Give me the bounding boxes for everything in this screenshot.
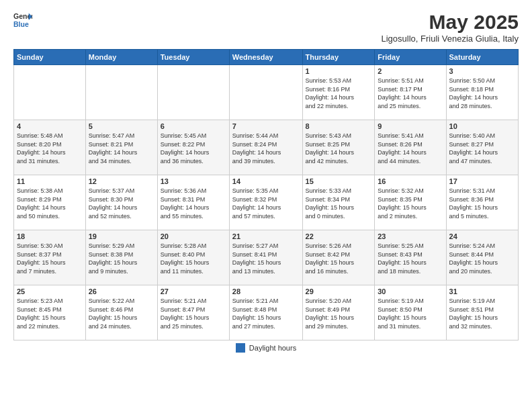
footer: Daylight hours: [13, 343, 519, 353]
day-number: 4: [17, 122, 83, 130]
calendar-cell: 13Sunrise: 5:36 AM Sunset: 8:31 PM Dayli…: [157, 175, 229, 230]
day-info: Sunrise: 5:25 AM Sunset: 8:43 PM Dayligh…: [378, 242, 443, 275]
svg-text:Blue: Blue: [13, 20, 29, 28]
page: General Blue May 2025 Ligosullo, Friuli …: [0, 0, 532, 411]
calendar-cell: 9Sunrise: 5:41 AM Sunset: 8:26 PM Daylig…: [375, 120, 446, 175]
day-info: Sunrise: 5:19 AM Sunset: 8:50 PM Dayligh…: [378, 297, 443, 330]
calendar-cell: 12Sunrise: 5:37 AM Sunset: 8:30 PM Dayli…: [85, 175, 157, 230]
calendar-cell: 1Sunrise: 5:53 AM Sunset: 8:16 PM Daylig…: [302, 65, 375, 120]
calendar-cell: 8Sunrise: 5:43 AM Sunset: 8:25 PM Daylig…: [302, 120, 375, 175]
calendar-cell: 27Sunrise: 5:21 AM Sunset: 8:47 PM Dayli…: [157, 285, 229, 340]
calendar-cell: 22Sunrise: 5:26 AM Sunset: 8:42 PM Dayli…: [302, 230, 375, 285]
legend-color-box: [236, 343, 245, 353]
day-info: Sunrise: 5:21 AM Sunset: 8:48 PM Dayligh…: [232, 297, 300, 330]
day-number: 30: [378, 287, 443, 295]
day-info: Sunrise: 5:20 AM Sunset: 8:49 PM Dayligh…: [306, 297, 372, 330]
weekday-header-friday: Friday: [375, 50, 446, 65]
calendar-table: SundayMondayTuesdayWednesdayThursdayFrid…: [13, 49, 519, 340]
calendar-cell: 18Sunrise: 5:30 AM Sunset: 8:37 PM Dayli…: [14, 230, 86, 285]
day-number: 6: [161, 122, 226, 130]
day-number: 12: [89, 177, 154, 185]
calendar-cell: 6Sunrise: 5:45 AM Sunset: 8:22 PM Daylig…: [157, 120, 229, 175]
day-number: 27: [161, 287, 226, 295]
day-number: 23: [378, 232, 443, 240]
day-info: Sunrise: 5:31 AM Sunset: 8:36 PM Dayligh…: [449, 187, 515, 220]
weekday-header-wednesday: Wednesday: [229, 50, 302, 65]
day-info: Sunrise: 5:32 AM Sunset: 8:35 PM Dayligh…: [378, 187, 443, 220]
day-info: Sunrise: 5:53 AM Sunset: 8:16 PM Dayligh…: [306, 77, 372, 110]
day-number: 21: [232, 232, 300, 240]
day-number: 15: [306, 177, 372, 185]
calendar-cell: 14Sunrise: 5:35 AM Sunset: 8:32 PM Dayli…: [229, 175, 302, 230]
location-subtitle: Ligosullo, Friuli Venezia Giulia, Italy: [382, 34, 519, 44]
calendar-cell: 17Sunrise: 5:31 AM Sunset: 8:36 PM Dayli…: [446, 175, 518, 230]
day-number: 26: [89, 287, 154, 295]
day-number: 14: [232, 177, 300, 185]
calendar-cell: 20Sunrise: 5:28 AM Sunset: 8:40 PM Dayli…: [157, 230, 229, 285]
day-number: 18: [17, 232, 83, 240]
calendar-cell: [157, 65, 229, 120]
calendar-week-row: 4Sunrise: 5:48 AM Sunset: 8:20 PM Daylig…: [14, 120, 519, 175]
month-title: May 2025: [382, 11, 519, 34]
day-number: 16: [378, 177, 443, 185]
calendar-cell: 28Sunrise: 5:21 AM Sunset: 8:48 PM Dayli…: [229, 285, 302, 340]
calendar-cell: 5Sunrise: 5:47 AM Sunset: 8:21 PM Daylig…: [85, 120, 157, 175]
day-info: Sunrise: 5:23 AM Sunset: 8:45 PM Dayligh…: [17, 297, 83, 330]
day-info: Sunrise: 5:43 AM Sunset: 8:25 PM Dayligh…: [306, 132, 372, 165]
day-number: 3: [449, 67, 515, 75]
day-info: Sunrise: 5:51 AM Sunset: 8:17 PM Dayligh…: [378, 77, 443, 110]
day-info: Sunrise: 5:29 AM Sunset: 8:38 PM Dayligh…: [89, 242, 154, 275]
calendar-week-row: 11Sunrise: 5:38 AM Sunset: 8:29 PM Dayli…: [14, 175, 519, 230]
weekday-header-sunday: Sunday: [14, 50, 86, 65]
calendar-cell: 3Sunrise: 5:50 AM Sunset: 8:18 PM Daylig…: [446, 65, 518, 120]
calendar-week-row: 1Sunrise: 5:53 AM Sunset: 8:16 PM Daylig…: [14, 65, 519, 120]
calendar-cell: [85, 65, 157, 120]
weekday-header-row: SundayMondayTuesdayWednesdayThursdayFrid…: [14, 50, 519, 65]
weekday-header-monday: Monday: [85, 50, 157, 65]
calendar-cell: 23Sunrise: 5:25 AM Sunset: 8:43 PM Dayli…: [375, 230, 446, 285]
day-info: Sunrise: 5:48 AM Sunset: 8:20 PM Dayligh…: [17, 132, 83, 165]
day-info: Sunrise: 5:19 AM Sunset: 8:51 PM Dayligh…: [449, 297, 515, 330]
weekday-header-thursday: Thursday: [302, 50, 375, 65]
weekday-header-saturday: Saturday: [446, 50, 518, 65]
day-info: Sunrise: 5:37 AM Sunset: 8:30 PM Dayligh…: [89, 187, 154, 220]
calendar-cell: 25Sunrise: 5:23 AM Sunset: 8:45 PM Dayli…: [14, 285, 86, 340]
day-info: Sunrise: 5:38 AM Sunset: 8:29 PM Dayligh…: [17, 187, 83, 220]
header: General Blue May 2025 Ligosullo, Friuli …: [13, 11, 519, 44]
weekday-header-tuesday: Tuesday: [157, 50, 229, 65]
day-number: 24: [449, 232, 515, 240]
calendar-cell: 29Sunrise: 5:20 AM Sunset: 8:49 PM Dayli…: [302, 285, 375, 340]
day-number: 7: [232, 122, 300, 130]
day-info: Sunrise: 5:41 AM Sunset: 8:26 PM Dayligh…: [378, 132, 443, 165]
day-info: Sunrise: 5:33 AM Sunset: 8:34 PM Dayligh…: [306, 187, 372, 220]
legend-label: Daylight hours: [249, 344, 296, 352]
calendar-cell: 21Sunrise: 5:27 AM Sunset: 8:41 PM Dayli…: [229, 230, 302, 285]
day-number: 20: [161, 232, 226, 240]
day-info: Sunrise: 5:45 AM Sunset: 8:22 PM Dayligh…: [161, 132, 226, 165]
calendar-week-row: 18Sunrise: 5:30 AM Sunset: 8:37 PM Dayli…: [14, 230, 519, 285]
day-info: Sunrise: 5:40 AM Sunset: 8:27 PM Dayligh…: [449, 132, 515, 165]
day-number: 19: [89, 232, 154, 240]
calendar-cell: 19Sunrise: 5:29 AM Sunset: 8:38 PM Dayli…: [85, 230, 157, 285]
day-info: Sunrise: 5:24 AM Sunset: 8:44 PM Dayligh…: [449, 242, 515, 275]
day-number: 10: [449, 122, 515, 130]
day-number: 31: [449, 287, 515, 295]
calendar-cell: 15Sunrise: 5:33 AM Sunset: 8:34 PM Dayli…: [302, 175, 375, 230]
day-info: Sunrise: 5:26 AM Sunset: 8:42 PM Dayligh…: [306, 242, 372, 275]
day-info: Sunrise: 5:30 AM Sunset: 8:37 PM Dayligh…: [17, 242, 83, 275]
day-number: 5: [89, 122, 154, 130]
calendar-cell: 30Sunrise: 5:19 AM Sunset: 8:50 PM Dayli…: [375, 285, 446, 340]
generalblue-logo-icon: General Blue: [13, 11, 32, 30]
day-number: 22: [306, 232, 372, 240]
title-block: May 2025 Ligosullo, Friuli Venezia Giuli…: [382, 11, 519, 44]
calendar-cell: 7Sunrise: 5:44 AM Sunset: 8:24 PM Daylig…: [229, 120, 302, 175]
day-info: Sunrise: 5:44 AM Sunset: 8:24 PM Dayligh…: [232, 132, 300, 165]
calendar-cell: 11Sunrise: 5:38 AM Sunset: 8:29 PM Dayli…: [14, 175, 86, 230]
day-info: Sunrise: 5:22 AM Sunset: 8:46 PM Dayligh…: [89, 297, 154, 330]
day-number: 28: [232, 287, 300, 295]
calendar-cell: 2Sunrise: 5:51 AM Sunset: 8:17 PM Daylig…: [375, 65, 446, 120]
day-number: 29: [306, 287, 372, 295]
day-info: Sunrise: 5:47 AM Sunset: 8:21 PM Dayligh…: [89, 132, 154, 165]
calendar-cell: [229, 65, 302, 120]
day-number: 9: [378, 122, 443, 130]
